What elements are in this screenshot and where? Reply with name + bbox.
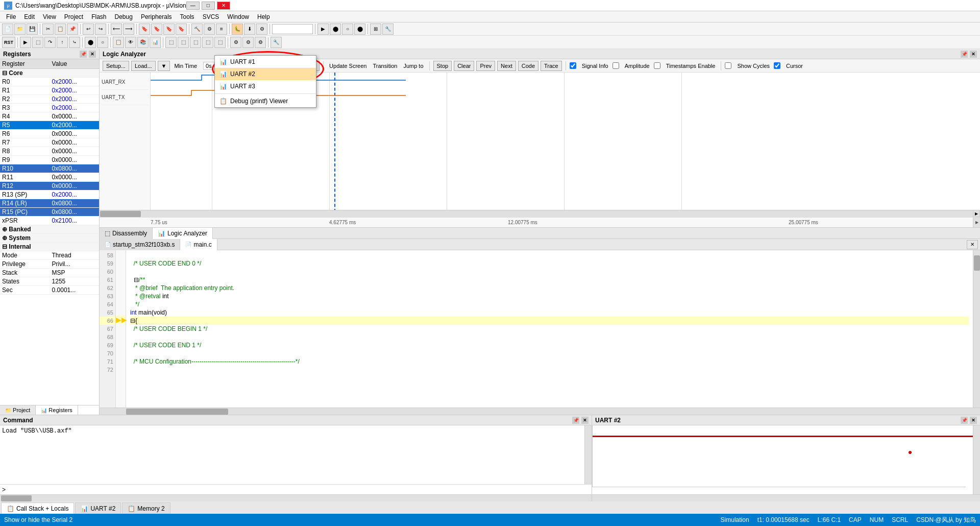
circle-button[interactable]: ○ xyxy=(342,23,353,35)
la-pin-icon[interactable]: 📌 xyxy=(961,51,968,58)
menu-edit[interactable]: Edit xyxy=(20,12,39,21)
command-hscrollbar[interactable] xyxy=(0,494,592,501)
list-item[interactable]: R2 0x2000... xyxy=(0,95,99,104)
la-clear-button[interactable]: Clear xyxy=(454,61,474,71)
extra3-button[interactable]: ⬚ xyxy=(190,37,201,48)
maximize-button[interactable]: □ xyxy=(202,2,215,10)
list-item[interactable]: R6 0x0000... xyxy=(0,130,99,138)
minimize-button[interactable]: — xyxy=(186,2,200,10)
menu-view[interactable]: View xyxy=(39,12,60,21)
open-button[interactable]: 📁 xyxy=(14,23,26,35)
list-item[interactable]: Privilege Privil... xyxy=(0,260,99,269)
list-item[interactable]: R11 0x0000... xyxy=(0,173,99,182)
redo-button[interactable]: ↪ xyxy=(95,23,106,35)
code-body[interactable]: /* USER CODE END 0 */ ⊟/** * @brief The … xyxy=(126,250,973,408)
dropdown-uart2[interactable]: 📊 UART #2 xyxy=(215,68,316,80)
file-tab-startup[interactable]: 📄 startup_stm32f103xb.s xyxy=(100,239,180,250)
la-amplitude-checkbox[interactable] xyxy=(612,62,619,69)
new-file-button[interactable]: 📄 xyxy=(2,23,13,35)
list-item[interactable]: R7 0x0000... xyxy=(0,138,99,147)
step-over-button[interactable]: ↷ xyxy=(44,37,56,48)
bookmark4-button[interactable]: 🔖 xyxy=(176,23,187,35)
list-item[interactable]: Sec 0.0001... xyxy=(0,286,99,295)
stop-run-button[interactable]: ⬤ xyxy=(330,23,341,35)
close-button[interactable]: ✕ xyxy=(217,2,230,10)
la-cursor-checkbox[interactable] xyxy=(774,62,780,69)
show-mem-button[interactable]: 📋 xyxy=(113,37,124,48)
list-item[interactable]: R5 0x2000... xyxy=(0,121,99,130)
show-watch-button[interactable]: 👁 xyxy=(125,37,136,48)
dropdown-uart1[interactable]: 📊 UART #1 xyxy=(215,56,316,68)
code-hscrollbar[interactable] xyxy=(100,408,980,415)
list-item[interactable]: R0 0x2000... xyxy=(0,78,99,86)
menu-tools[interactable]: Tools xyxy=(176,12,199,21)
uart2-close-icon[interactable]: ✕ xyxy=(970,417,977,424)
list-item[interactable]: R14 (LR) 0x0800... xyxy=(0,199,99,208)
extra2-button[interactable]: ⬚ xyxy=(178,37,189,48)
la-load-button[interactable]: Load... xyxy=(131,61,156,71)
uart2-pin-icon[interactable]: 📌 xyxy=(961,417,968,424)
code-hscroll-thumb[interactable] xyxy=(126,409,228,415)
show-stack-button[interactable]: 📚 xyxy=(137,37,149,48)
dropdown-printf-viewer[interactable]: 📋 Debug (printf) Viewer xyxy=(215,95,316,107)
forward-button[interactable]: ⟶ xyxy=(123,23,134,35)
la-hscroll-thumb[interactable] xyxy=(100,211,141,217)
list-item[interactable]: R10 0x0800... xyxy=(0,164,99,173)
search-input[interactable]: while xyxy=(272,24,313,34)
tab-memory2[interactable]: 📋 Memory 2 xyxy=(122,503,170,514)
reset-button[interactable]: RST xyxy=(2,37,15,48)
run-button[interactable]: ▶ xyxy=(317,23,329,35)
list-item[interactable]: States 1255 xyxy=(0,277,99,286)
la-load-dropdown-button[interactable]: ▼ xyxy=(158,61,170,71)
file-tab-main[interactable]: 📄 main.c xyxy=(180,239,217,250)
breakpoint-button[interactable]: ⬤ xyxy=(85,37,96,48)
registers-close-icon[interactable]: ✕ xyxy=(89,51,96,58)
command-pin-icon[interactable]: 📌 xyxy=(572,417,579,424)
la-hscrollbar[interactable] xyxy=(100,210,973,217)
menu-flash[interactable]: Flash xyxy=(87,12,110,21)
list-item[interactable]: xPSR 0x2100... xyxy=(0,217,99,225)
debug-button[interactable]: 🐛 xyxy=(232,23,243,35)
step-into-button[interactable]: ⤷ xyxy=(69,37,80,48)
la-setup-button[interactable]: Setup... xyxy=(103,61,129,71)
extra5-button[interactable]: ⬚ xyxy=(214,37,226,48)
paste-button[interactable]: 📌 xyxy=(67,23,78,35)
view-button[interactable]: ⊞ xyxy=(370,23,381,35)
step-out-button[interactable]: ↑ xyxy=(57,37,68,48)
la-signal-info-checkbox[interactable] xyxy=(570,62,576,69)
command-vscrollbar[interactable] xyxy=(584,425,592,484)
build-button[interactable]: ⚙ xyxy=(204,23,215,35)
save-button[interactable]: 💾 xyxy=(27,23,38,35)
code-vscroll-thumb[interactable] xyxy=(974,255,980,271)
list-item[interactable]: R13 (SP) 0x2000... xyxy=(0,190,99,199)
menu-peripherals[interactable]: Peripherals xyxy=(137,12,176,21)
uart2-vscrollbar[interactable] xyxy=(973,425,980,494)
settings-button[interactable]: ⚙ xyxy=(256,23,267,35)
build-all-button[interactable]: 🔨 xyxy=(191,23,203,35)
code-vscrollbar[interactable] xyxy=(973,250,980,408)
cut-button[interactable]: ✂ xyxy=(42,23,54,35)
la-show-cycles-checkbox[interactable] xyxy=(725,62,731,69)
registers-pin-icon[interactable]: 📌 xyxy=(80,51,87,58)
bookmark1-button[interactable]: 🔖 xyxy=(139,23,150,35)
menu-window[interactable]: Window xyxy=(223,12,253,21)
list-item[interactable]: R15 (PC) 0x0800... xyxy=(0,208,99,217)
la-scroll-corner[interactable]: ▶ xyxy=(973,210,980,217)
la-close-icon[interactable]: ✕ xyxy=(970,51,977,58)
uart2-hscrollbar[interactable] xyxy=(592,494,980,501)
extra4-button[interactable]: ⬚ xyxy=(202,37,213,48)
list-item[interactable]: Mode Thread xyxy=(0,251,99,260)
dropdown-uart3[interactable]: 📊 UART #3 xyxy=(215,80,316,92)
list-item[interactable]: R12 0x0000... xyxy=(0,182,99,190)
bookmark3-button[interactable]: 🔖 xyxy=(163,23,175,35)
list-item[interactable]: R3 0x2000... xyxy=(0,104,99,112)
la-trace-button[interactable]: Trace xyxy=(541,61,562,71)
menu-debug[interactable]: Debug xyxy=(111,12,137,21)
menu-svcs[interactable]: SVCS xyxy=(199,12,224,21)
la-stop-button[interactable]: Stop xyxy=(433,61,452,71)
close-file-button[interactable]: ✕ xyxy=(967,240,978,249)
la-timestamps-checkbox[interactable] xyxy=(654,62,660,69)
bookmark2-button[interactable]: 🔖 xyxy=(151,23,162,35)
back-button[interactable]: ⟵ xyxy=(111,23,122,35)
list-item[interactable]: R8 0x0000... xyxy=(0,147,99,156)
